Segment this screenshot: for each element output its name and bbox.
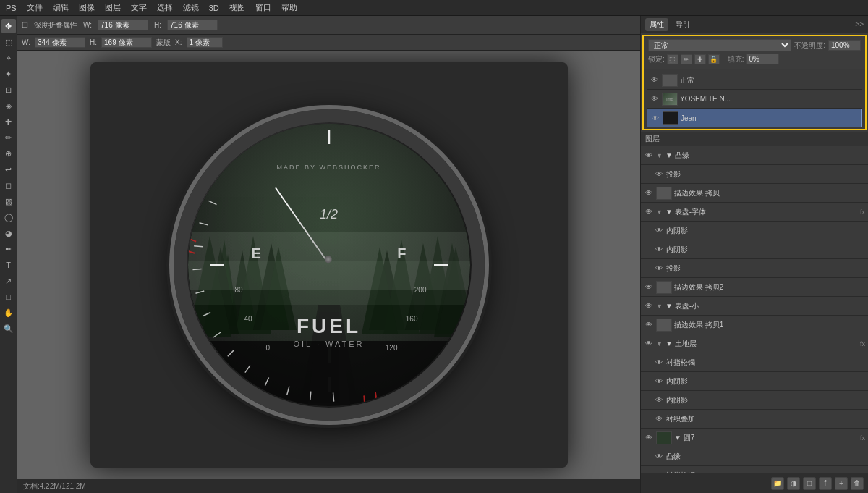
stamp-tool[interactable]: ⊕: [1, 146, 16, 161]
gradient-tool[interactable]: ▨: [1, 194, 16, 208]
heal-tool[interactable]: ✚: [1, 114, 16, 129]
layer-chenzhi1[interactable]: 👁 衬指松镯: [641, 353, 868, 372]
lock-transparent-btn[interactable]: ⬚: [667, 54, 678, 64]
x-label: X:: [175, 38, 182, 46]
opacity-input[interactable]: [828, 40, 861, 51]
menu-edit[interactable]: 编辑: [53, 2, 69, 13]
crop-tool[interactable]: ⊡: [1, 83, 16, 97]
layer-touying2[interactable]: 👁 投影: [641, 259, 868, 278]
layer-neiyin4[interactable]: 👁 内阴影: [641, 391, 868, 410]
layer-bianziti[interactable]: 👁 ▼ ▼ 表盘-字体 fx: [641, 203, 868, 222]
erase-tool[interactable]: ◻: [1, 178, 16, 193]
eye-neiyin1[interactable]: 👁: [654, 226, 664, 236]
layer-tudi[interactable]: 👁 ▼ ▼ 土地层 fx: [641, 334, 868, 353]
new-group-btn[interactable]: 📁: [771, 477, 784, 490]
add-mask-btn[interactable]: □: [803, 477, 816, 490]
layer-neiyin3[interactable]: 👁 内阴影: [641, 372, 868, 391]
canvas-workspace: MADE BY WEBSHOCKER 1/2 E F 80 40 0 200 1…: [17, 51, 640, 479]
hand-tool[interactable]: ✋: [1, 306, 16, 320]
tab-nav[interactable]: 导引: [671, 18, 694, 31]
magic-tool[interactable]: ✦: [1, 67, 16, 81]
blend-mode-select[interactable]: 正常: [648, 39, 791, 51]
lasso-tool[interactable]: ⌖: [1, 51, 16, 65]
h2-input[interactable]: [101, 37, 152, 48]
menu-select[interactable]: 选择: [157, 2, 173, 13]
add-style-btn[interactable]: f: [819, 477, 832, 490]
menu-help[interactable]: 帮助: [281, 2, 297, 13]
text-tool[interactable]: T: [1, 258, 16, 272]
panel-collapse-btn[interactable]: >>: [855, 20, 864, 28]
layers-section-title[interactable]: 图层: [641, 132, 868, 146]
layer-eye-yosemite[interactable]: 👁: [650, 94, 660, 104]
menu-window[interactable]: 窗口: [255, 2, 271, 13]
layer-yuan7[interactable]: 👁 ▼ 圆7 fx: [641, 429, 868, 447]
lock-position-btn[interactable]: ✚: [694, 54, 706, 64]
options-checkbox[interactable]: ☐: [22, 21, 28, 29]
lock-image-btn[interactable]: ✏: [681, 54, 692, 64]
shape-tool[interactable]: □: [1, 290, 16, 304]
layer-biaopan-small[interactable]: 👁 ▼ ▼ 表盘-小: [641, 297, 868, 316]
layer-neiyin1[interactable]: 👁 内阴影: [641, 222, 868, 240]
eye-tudi[interactable]: 👁: [644, 339, 654, 349]
zoom-tool[interactable]: 🔍: [1, 321, 16, 336]
eye-miaobian1[interactable]: 👁: [644, 188, 654, 198]
delete-layer-btn[interactable]: 🗑: [851, 477, 864, 490]
menu-view[interactable]: 视图: [229, 2, 245, 13]
history-tool[interactable]: ↩: [1, 162, 16, 177]
layer-neiyin2[interactable]: 👁 内阴影: [641, 240, 868, 259]
layer-eye-jean[interactable]: 👁: [650, 113, 660, 123]
menu-text[interactable]: 文字: [131, 2, 147, 13]
layer-yosemite[interactable]: 👁 img YOSEMITE N...: [647, 90, 862, 109]
lock-all-btn[interactable]: 🔒: [708, 54, 720, 64]
eye-tuoyuan2[interactable]: 👁: [654, 452, 664, 462]
eye-biaopan-small[interactable]: 👁: [644, 301, 654, 311]
layer-eye-normal[interactable]: 👁: [650, 75, 660, 85]
menu-file[interactable]: 文件: [27, 2, 43, 13]
eye-miaobian3[interactable]: 👁: [644, 320, 654, 330]
eye-yuan7[interactable]: 👁: [644, 433, 654, 443]
eye-tuoyuan[interactable]: 👁: [644, 151, 654, 161]
eye-neiyin3[interactable]: 👁: [654, 376, 664, 387]
layer-jean[interactable]: 👁 Jean: [647, 109, 862, 127]
layer-miaobian2[interactable]: 👁 描边效果 拷贝2: [641, 278, 868, 297]
menu-ps[interactable]: PS: [6, 4, 17, 12]
eye-chenzhi1[interactable]: 👁: [654, 358, 664, 368]
layer-chenzhi2[interactable]: 👁 衬指松镯: [641, 466, 868, 473]
brush-tool[interactable]: ✏: [1, 130, 16, 145]
layer-miaobian1[interactable]: 👁 描边效果 拷贝: [641, 184, 868, 203]
eye-neiyin2[interactable]: 👁: [654, 245, 664, 255]
fill-input[interactable]: [746, 54, 779, 64]
eye-touying1[interactable]: 👁: [654, 169, 664, 180]
x-input[interactable]: [187, 37, 223, 48]
new-adjustment-btn[interactable]: ◑: [787, 477, 800, 490]
path-tool[interactable]: ↗: [1, 274, 16, 288]
layer-tuoyuan[interactable]: 👁 ▼ ▼ 凸缘: [641, 146, 868, 165]
dodge-tool[interactable]: ◕: [1, 226, 16, 240]
menu-3d[interactable]: 3D: [209, 4, 219, 12]
eye-touying2[interactable]: 👁: [654, 264, 664, 274]
layer-miaobian3[interactable]: 👁 描边效果 拷贝1: [641, 316, 868, 334]
w-input[interactable]: [98, 20, 148, 30]
menu-filter[interactable]: 滤镜: [183, 2, 199, 13]
eye-chenzhdie[interactable]: 👁: [654, 414, 664, 424]
layer-chenzhdie[interactable]: 👁 衬织叠加: [641, 410, 868, 429]
move-tool[interactable]: ✥: [1, 19, 16, 33]
tab-properties[interactable]: 属性: [645, 18, 668, 31]
pen-tool[interactable]: ✒: [1, 242, 16, 256]
eye-neiyin4[interactable]: 👁: [654, 395, 664, 405]
opacity-label: 不透明度:: [794, 41, 825, 51]
w2-input[interactable]: [35, 37, 85, 48]
eye-bianziti[interactable]: 👁: [644, 207, 654, 217]
menu-image[interactable]: 图像: [79, 2, 95, 13]
blur-tool[interactable]: ◯: [1, 210, 16, 224]
layers-panel[interactable]: 图层 👁 ▼ ▼ 凸缘 👁 投影 👁 描边效果 拷贝 👁 ▼ ▼ 表盘-字体: [641, 132, 868, 473]
layer-normal[interactable]: 👁 正常: [647, 71, 862, 90]
layer-touying1[interactable]: 👁 投影: [641, 165, 868, 184]
eye-miaobian2[interactable]: 👁: [644, 282, 654, 292]
new-layer-btn[interactable]: +: [835, 477, 848, 490]
menu-layer[interactable]: 图层: [105, 2, 121, 13]
select-tool[interactable]: ⬚: [1, 35, 16, 49]
eyedrop-tool[interactable]: ◈: [1, 98, 16, 113]
h-input[interactable]: [167, 20, 218, 30]
layer-tuoyuan2[interactable]: 👁 凸缘: [641, 447, 868, 466]
